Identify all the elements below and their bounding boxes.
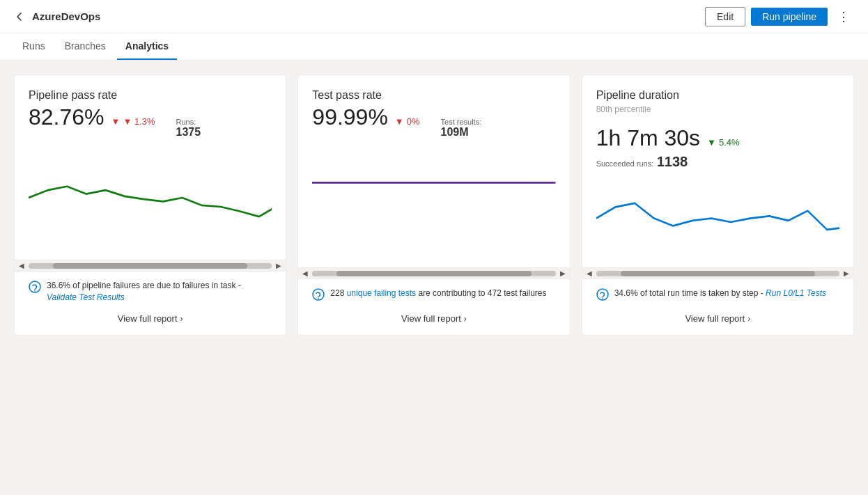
view-report3-arrow-icon: ›: [747, 314, 750, 324]
svg-point-6: [602, 298, 603, 299]
test-insight: 228 unique failing tests are contributin…: [312, 288, 555, 304]
test-insight-text: 228 unique failing tests are contributin…: [330, 288, 546, 299]
tab-runs[interactable]: Runs: [14, 33, 54, 60]
scroll-right2-icon[interactable]: ▶: [559, 269, 567, 277]
duration-scrollbar[interactable]: ◀ ▶: [582, 267, 853, 278]
app-title: AzureDevOps: [32, 10, 705, 22]
svg-point-4: [318, 298, 320, 299]
insight-icon: [29, 281, 41, 296]
view-report-arrow-icon: ›: [180, 314, 183, 324]
tab-analytics[interactable]: Analytics: [117, 33, 177, 60]
nav-tabs: Runs Branches Analytics: [0, 33, 868, 61]
test-scrollbar[interactable]: ◀ ▶: [298, 267, 569, 278]
pipeline-pass-rate-card: Pipeline pass rate 82.76% ▼ ▼ 1.3% Runs:…: [14, 74, 286, 336]
metric-change-test: ▼ 0%: [395, 116, 420, 127]
svg-point-1: [34, 291, 36, 292]
change-arrow-up-icon: ▼: [707, 137, 716, 148]
failing-tests-link[interactable]: unique failing tests: [347, 288, 416, 298]
runs-label: Runs:: [176, 118, 201, 126]
metric-value-test: 99.99%: [312, 104, 388, 130]
runs-value: 1375: [176, 126, 201, 139]
main-content: Pipeline pass rate 82.76% ▼ ▼ 1.3% Runs:…: [0, 61, 868, 349]
test-results-value: 109M: [441, 126, 482, 139]
card-title-duration: Pipeline duration: [596, 89, 839, 102]
scroll-left3-icon[interactable]: ◀: [585, 269, 594, 277]
change-arrow-down2-icon: ▼: [395, 116, 404, 127]
metric-change-pipeline: ▼ ▼ 1.3%: [111, 116, 155, 127]
card-title-test-pass: Test pass rate: [312, 89, 555, 102]
pipeline-pass-footer: 36.6% of pipeline failures are due to fa…: [15, 271, 286, 335]
edit-button[interactable]: Edit: [705, 7, 745, 26]
succeeded-value: 1138: [657, 154, 688, 169]
scroll-right-icon[interactable]: ▶: [274, 262, 283, 269]
duration-footer: 34.6% of total run time is taken by step…: [582, 278, 853, 335]
header-actions: Edit Run pipeline ⋮: [705, 6, 854, 27]
test-view-report[interactable]: View full report ›: [312, 311, 555, 324]
run-pipeline-button[interactable]: Run pipeline: [751, 8, 828, 26]
header: AzureDevOps Edit Run pipeline ⋮: [0, 0, 868, 33]
test-pass-rate-card: Test pass rate 99.99% ▼ 0% Test results:…: [297, 74, 570, 336]
pipeline-insight: 36.6% of pipeline failures are due to fa…: [29, 280, 272, 304]
duration-chart: [596, 177, 839, 267]
metric-change-duration: ▼ 5.4%: [707, 137, 740, 148]
pipeline-scrollbar[interactable]: ◀ ▶: [15, 260, 286, 271]
duration-insight-text: 34.6% of total run time is taken by step…: [614, 288, 826, 299]
scroll-right3-icon[interactable]: ▶: [842, 269, 851, 277]
pipeline-insight-link[interactable]: Validate Test Results: [47, 292, 125, 302]
duration-insight: 34.6% of total run time is taken by step…: [596, 288, 839, 304]
pipeline-insight-text: 36.6% of pipeline failures are due to fa…: [47, 280, 272, 304]
metric-value-duration: 1h 7m 30s: [596, 125, 700, 151]
test-pass-footer: 228 unique failing tests are contributin…: [298, 278, 569, 335]
test-results-label: Test results:: [441, 118, 482, 126]
test-results-side: Test results: 109M: [441, 118, 482, 139]
back-button[interactable]: [14, 11, 25, 22]
insight3-icon: [596, 288, 609, 304]
insight2-icon: [312, 288, 325, 304]
view-report2-arrow-icon: ›: [464, 314, 467, 324]
more-options-button[interactable]: ⋮: [833, 6, 854, 27]
test-pass-chart: [312, 152, 555, 243]
scroll-left-icon[interactable]: ◀: [17, 262, 26, 269]
card-subtitle-duration: 80th percentile: [596, 104, 839, 114]
pipeline-view-report[interactable]: View full report ›: [29, 311, 272, 324]
pipeline-pass-chart: [29, 152, 272, 243]
runs-side-stat: Runs: 1375: [176, 118, 201, 139]
metric-value-pipeline: 82.76%: [29, 104, 104, 130]
duration-insight-link[interactable]: Run L0/L1 Tests: [766, 288, 826, 298]
card-title-pipeline-pass: Pipeline pass rate: [29, 89, 272, 102]
change-arrow-down-icon: ▼: [111, 116, 121, 127]
succeeded-label: Succeeded runs:: [596, 159, 654, 168]
more-icon: ⋮: [837, 10, 850, 24]
scroll-left2-icon[interactable]: ◀: [301, 269, 309, 277]
duration-view-report[interactable]: View full report ›: [596, 311, 839, 324]
tab-branches[interactable]: Branches: [56, 33, 114, 60]
pipeline-duration-card: Pipeline duration 80th percentile 1h 7m …: [582, 74, 854, 336]
